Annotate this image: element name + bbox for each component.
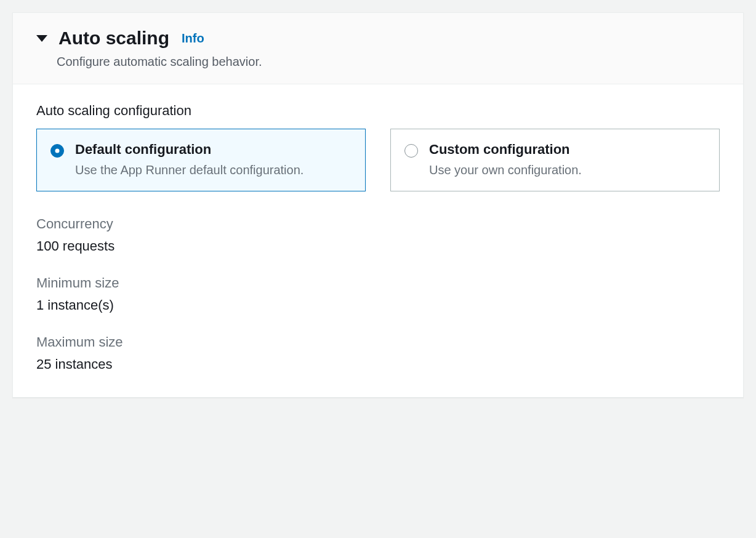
panel-title: Auto scaling [58, 28, 169, 49]
radio-card-default[interactable]: Default configuration Use the App Runner… [36, 129, 366, 191]
field-label-maximum: Maximum size [36, 334, 720, 350]
radio-icon [404, 144, 418, 158]
auto-scaling-panel: Auto scaling Info Configure automatic sc… [12, 12, 744, 398]
field-minimum-size: Minimum size 1 instance(s) [36, 275, 720, 313]
radio-desc-default: Use the App Runner default configuration… [75, 161, 352, 179]
config-section-label: Auto scaling configuration [36, 103, 720, 119]
radio-desc-custom: Use your own configuration. [429, 161, 706, 179]
caret-down-icon[interactable] [36, 35, 47, 42]
radio-title-default: Default configuration [75, 142, 352, 158]
panel-body: Auto scaling configuration Default confi… [13, 84, 743, 397]
radio-icon [50, 144, 64, 158]
field-value-maximum: 25 instances [36, 356, 720, 372]
panel-header: Auto scaling Info Configure automatic sc… [13, 13, 743, 84]
radio-card-custom[interactable]: Custom configuration Use your own config… [390, 129, 720, 191]
field-value-concurrency: 100 requests [36, 238, 720, 254]
info-link[interactable]: Info [182, 31, 204, 46]
field-label-concurrency: Concurrency [36, 216, 720, 232]
radio-content: Custom configuration Use your own config… [429, 142, 706, 179]
radio-card-group: Default configuration Use the App Runner… [36, 129, 720, 191]
field-label-minimum: Minimum size [36, 275, 720, 291]
field-concurrency: Concurrency 100 requests [36, 216, 720, 254]
field-maximum-size: Maximum size 25 instances [36, 334, 720, 372]
panel-subtitle: Configure automatic scaling behavior. [57, 55, 720, 69]
field-value-minimum: 1 instance(s) [36, 297, 720, 313]
radio-content: Default configuration Use the App Runner… [75, 142, 352, 179]
header-title-row: Auto scaling Info [36, 28, 720, 49]
radio-title-custom: Custom configuration [429, 142, 706, 158]
